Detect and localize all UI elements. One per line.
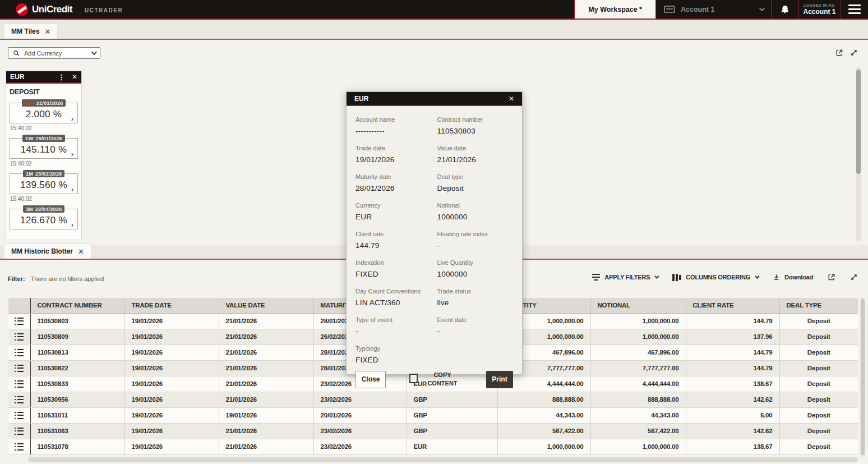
table-scrollbar-thumb[interactable]	[861, 299, 865, 455]
copy-content-button[interactable]: COPY CONTENT	[412, 371, 460, 388]
table-row[interactable]: 11053101119/01/202619/01/202620/01/2026G…	[8, 407, 858, 423]
row-menu-icon[interactable]	[15, 349, 24, 356]
column-header[interactable]: TRADE DATE	[124, 298, 219, 313]
tenor-badge: 3M22/04/2026	[23, 205, 65, 213]
notifications-button[interactable]	[772, 0, 798, 19]
column-header[interactable]: CONTRACT NUMBER	[30, 298, 124, 313]
rate-value: 2.000 %	[26, 106, 62, 120]
close-icon[interactable]: ✕	[44, 27, 50, 36]
columns-ordering-button[interactable]: COLUMNS ORDERING	[672, 274, 758, 281]
dialog-field: IndexationFIXED	[355, 259, 432, 278]
print-button[interactable]: Print	[486, 371, 513, 388]
table-cell: 467,896.00	[590, 344, 686, 360]
table-cell: 137.96	[686, 329, 779, 344]
close-button[interactable]: Close	[355, 371, 386, 388]
field-value: 144.79	[355, 241, 432, 250]
row-menu-icon[interactable]	[15, 428, 24, 435]
table-scrollbar-track[interactable]	[860, 298, 865, 457]
column-header[interactable]: CLIENT RATE	[686, 298, 779, 313]
popout-icon[interactable]	[828, 273, 835, 281]
kebab-menu-icon[interactable]: ⋮	[58, 73, 65, 81]
rate-tile[interactable]: 3M22/04/2026126.670 %›	[6, 205, 81, 229]
row-menu-icon[interactable]	[15, 365, 24, 372]
field-label: Trade date	[355, 145, 432, 151]
currency-tile-panel: EUR ⋮ ✕ DEPOSIT O/N21/01/20262.000 %›15:…	[6, 71, 82, 240]
dialog-field: Type of event-	[355, 316, 432, 336]
table-cell: 19/01/2026	[124, 329, 219, 344]
column-header[interactable]: DEAL TYPE	[779, 298, 858, 313]
account-selector[interactable]: Account 1	[656, 0, 771, 19]
table-cell: Deposit	[779, 313, 858, 329]
table-cell: 4,444,444.00	[590, 376, 686, 392]
dialog-field: Client rate144.79	[355, 231, 432, 250]
tab-mm-historic-blotter[interactable]: MM Historic Blotter ✕	[4, 244, 91, 259]
table-cell: 1,000,000.00	[590, 439, 686, 454]
rate-tile[interactable]: O/N21/01/20262.000 %›15:40:02	[6, 99, 81, 131]
table-cell: Deposit	[779, 392, 858, 407]
horizontal-scrollbar-thumb[interactable]	[28, 457, 858, 462]
field-value: live	[437, 298, 514, 307]
close-icon[interactable]: ✕	[78, 247, 84, 256]
row-menu-icon[interactable]	[15, 443, 24, 451]
chevron-right-icon: ›	[71, 185, 73, 194]
brand-name: UniCredit	[32, 4, 72, 15]
rate-value: 139.560 %	[20, 177, 67, 191]
search-icon	[13, 50, 20, 57]
table-cell: EUR	[407, 439, 497, 454]
download-button[interactable]: Download	[773, 273, 813, 281]
tenor-label: O/N	[25, 100, 34, 106]
dialog-field: CurrencyEUR	[355, 202, 432, 221]
workspace-tab[interactable]: My Workspace *	[574, 0, 656, 19]
table-cell: 142.62	[686, 423, 779, 439]
expand-icon[interactable]	[850, 273, 858, 281]
row-menu-icon[interactable]	[15, 396, 24, 403]
add-currency-select[interactable]: Add Currency	[8, 47, 100, 59]
field-value: -	[437, 241, 514, 250]
table-cell: 567,422.00	[590, 423, 686, 439]
field-label: Notional	[437, 202, 514, 209]
field-label: Typology	[355, 345, 432, 352]
expand-icon[interactable]	[850, 49, 858, 57]
row-menu-icon[interactable]	[15, 333, 24, 341]
field-value: FIXED	[355, 356, 432, 364]
table-cell: 1,000,000.00	[497, 439, 590, 454]
field-value: 19/01/2026	[355, 155, 432, 164]
chevron-down-icon	[755, 274, 759, 278]
table-cell: 888,888.00	[590, 392, 686, 407]
table-row[interactable]: 11053106319/01/202621/01/202623/02/2026G…	[8, 423, 858, 439]
field-label: Deal type	[437, 173, 514, 180]
tiles-scrollbar-track[interactable]	[856, 67, 861, 241]
close-icon[interactable]: ✕	[72, 73, 77, 81]
table-cell: 19/01/2026	[124, 313, 219, 329]
chevron-down-icon	[654, 274, 659, 278]
close-icon[interactable]: ✕	[509, 95, 514, 103]
card-icon	[664, 6, 675, 13]
column-header[interactable]: NOTIONAL	[590, 298, 686, 313]
table-row[interactable]: 11053107819/01/202621/01/202623/02/2026E…	[8, 439, 858, 454]
copy-content-label: COPY CONTENT	[424, 371, 460, 388]
field-value: 28/01/2026	[355, 184, 432, 192]
tab-mm-tiles[interactable]: MM Tiles ✕	[4, 24, 57, 39]
table-cell: 144.79	[686, 313, 779, 329]
row-menu-icon[interactable]	[15, 380, 24, 388]
table-cell: 19/01/2026	[124, 376, 219, 392]
tenor-label: 3M	[26, 206, 33, 212]
logged-in-account: Account 1	[803, 8, 835, 16]
dialog-title: EUR	[354, 95, 509, 103]
tiles-scrollbar-thumb[interactable]	[856, 70, 861, 174]
dialog-field: Contract number110530803	[437, 116, 514, 135]
table-cell: 19/01/2026	[124, 392, 219, 407]
popout-icon[interactable]	[835, 49, 843, 57]
table-cell: 21/01/2026	[219, 313, 313, 329]
field-label: Event date	[437, 316, 514, 323]
row-menu-icon[interactable]	[15, 412, 24, 419]
column-header[interactable]: VALUE DATE	[219, 298, 313, 313]
tenor-date: 23/02/2026	[35, 171, 62, 177]
rate-tile[interactable]: 1M23/02/2026139.560 %›15:40:02	[6, 170, 81, 202]
table-cell: GBP	[407, 423, 497, 439]
apply-filters-button[interactable]: APPLY FILTERS	[592, 274, 658, 281]
rate-tile[interactable]: 1W29/01/2026145.110 %›15:40:02	[6, 135, 81, 167]
row-menu-icon[interactable]	[15, 318, 24, 325]
table-cell: 19/01/2026	[124, 439, 219, 454]
main-menu-button[interactable]	[841, 0, 868, 19]
